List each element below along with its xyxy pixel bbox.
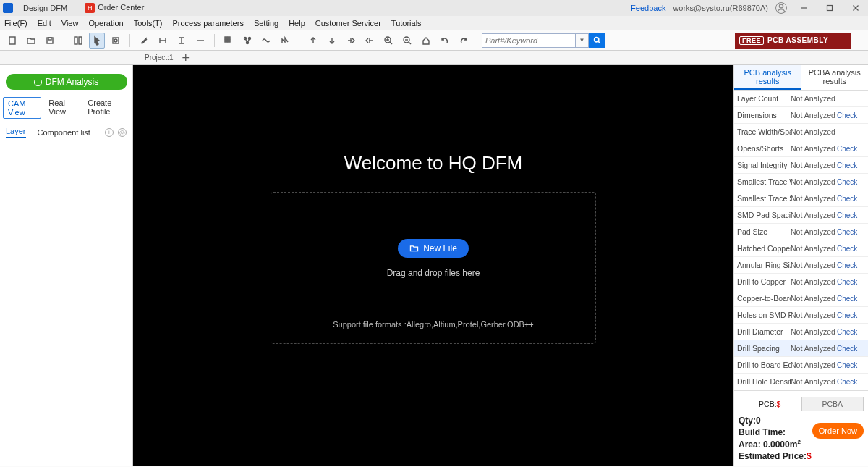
- analysis-row[interactable]: Holes on SMD PaNot AnalyzedCheck: [734, 307, 868, 324]
- tool-redo-icon[interactable]: [456, 33, 472, 49]
- order-tab-pcba[interactable]: PCBA: [801, 397, 864, 411]
- create-profile-tab[interactable]: Create Profile: [83, 97, 129, 119]
- menu-tutorials[interactable]: Tutorials: [391, 19, 422, 28]
- tool-new-icon[interactable]: [4, 33, 20, 49]
- menu-tools[interactable]: Tools(T): [134, 19, 163, 28]
- target-icon[interactable]: ◎: [118, 128, 127, 137]
- analysis-row[interactable]: Smallest Trace SpNot AnalyzedCheck: [734, 190, 868, 207]
- check-link[interactable]: Check: [837, 345, 857, 353]
- tool-open-icon[interactable]: [23, 33, 39, 49]
- check-link[interactable]: Check: [837, 245, 857, 253]
- analysis-row[interactable]: Drill to CopperNot AnalyzedCheck: [734, 274, 868, 290]
- search-button[interactable]: [589, 33, 605, 48]
- check-link[interactable]: Check: [837, 161, 857, 169]
- user-icon[interactable]: [775, 2, 787, 14]
- analysis-row[interactable]: Hatched CopperNot AnalyzedCheck: [734, 240, 868, 257]
- tool-home-icon[interactable]: [418, 33, 434, 49]
- add-layer-icon[interactable]: +: [105, 128, 114, 137]
- project-tab-1[interactable]: Project:1: [145, 54, 173, 62]
- svg-point-11: [114, 39, 117, 42]
- analysis-row[interactable]: DimensionsNot AnalyzedCheck: [734, 107, 868, 124]
- check-link[interactable]: Check: [837, 311, 857, 319]
- tab-pcb-results[interactable]: PCB analysis results: [734, 65, 801, 90]
- menu-process[interactable]: Process parameters: [172, 19, 243, 28]
- search-input[interactable]: [482, 33, 576, 48]
- analysis-row[interactable]: Signal IntegrityNot AnalyzedCheck: [734, 157, 868, 174]
- check-link[interactable]: Check: [837, 278, 857, 286]
- analysis-row[interactable]: Trace Width/SpaNot Analyzed: [734, 124, 868, 140]
- maximize-button[interactable]: [820, 1, 839, 15]
- check-link[interactable]: Check: [837, 361, 857, 369]
- check-link[interactable]: Check: [837, 145, 857, 153]
- tool-save-icon[interactable]: [42, 33, 58, 49]
- analysis-row[interactable]: Annular Ring SizeNot AnalyzedCheck: [734, 257, 868, 274]
- minimize-button[interactable]: [794, 1, 813, 15]
- tool-dim2-icon[interactable]: [174, 33, 190, 49]
- tool-grid-icon[interactable]: [221, 33, 237, 49]
- menu-customer[interactable]: Customer Servicer: [315, 19, 381, 28]
- add-project-icon[interactable]: +: [182, 53, 190, 63]
- analysis-row[interactable]: SMD Pad SpacingNot AnalyzedCheck: [734, 207, 868, 224]
- analysis-row[interactable]: Drill to Board EdNot AnalyzedCheck: [734, 357, 868, 374]
- tool-in-icon[interactable]: [343, 33, 359, 49]
- component-list-tab[interactable]: Component list: [38, 128, 90, 137]
- tab-pcba-results[interactable]: PCBA analysis results: [801, 65, 869, 90]
- menu-help[interactable]: Help: [289, 19, 305, 28]
- menu-file[interactable]: File(F): [4, 19, 27, 28]
- tool-down-icon[interactable]: [324, 33, 340, 49]
- tool-node-icon[interactable]: [239, 33, 255, 49]
- analysis-row[interactable]: Drill Hole DensitNot AnalyzedCheck: [734, 374, 868, 390]
- canvas: Welcome to HQ DFM New File Drag and drop…: [133, 65, 733, 466]
- feedback-link[interactable]: Feedback: [631, 4, 665, 12]
- tool-sig-icon[interactable]: [277, 33, 293, 49]
- project-tabs: Project:1 +: [0, 51, 868, 65]
- tool-up-icon[interactable]: [305, 33, 321, 49]
- dropzone[interactable]: New File Drag and drop files here Suppor…: [271, 192, 596, 344]
- menu-setting[interactable]: Setting: [254, 19, 278, 28]
- analysis-row[interactable]: Layer CountNot Analyzed: [734, 91, 868, 107]
- layer-tab[interactable]: Layer: [6, 127, 26, 138]
- real-view-tab[interactable]: Real View: [44, 97, 80, 119]
- analysis-row[interactable]: Drill DiameterNot AnalyzedCheck: [734, 324, 868, 340]
- tool-zoom-in-icon[interactable]: [380, 33, 396, 49]
- tool-undo-icon[interactable]: [437, 33, 453, 49]
- analysis-row[interactable]: Opens/ShortsNot AnalyzedCheck: [734, 140, 868, 157]
- close-button[interactable]: [846, 1, 865, 15]
- check-link[interactable]: Check: [837, 378, 857, 386]
- dfm-analysis-button[interactable]: DFM Analysis: [6, 74, 127, 90]
- check-link[interactable]: Check: [837, 295, 857, 303]
- check-link[interactable]: Check: [837, 328, 857, 336]
- analysis-row[interactable]: Copper-to-BoardNot AnalyzedCheck: [734, 290, 868, 307]
- tool-layout1-icon[interactable]: [70, 33, 86, 49]
- svg-point-27: [594, 38, 598, 42]
- order-tab-pcb[interactable]: PCB:$: [739, 397, 801, 411]
- assembly-banner[interactable]: FREE PCB ASSEMBLY: [735, 33, 851, 49]
- new-file-button[interactable]: New File: [398, 239, 469, 258]
- menu-edit[interactable]: Edit: [38, 19, 51, 28]
- tool-dim1-icon[interactable]: [155, 33, 171, 49]
- tool-line-icon[interactable]: [192, 33, 208, 49]
- tool-wave-icon[interactable]: [258, 33, 274, 49]
- analysis-row[interactable]: Smallest Trace WNot AnalyzedCheck: [734, 174, 868, 190]
- search-dropdown-icon[interactable]: ▼: [576, 33, 589, 48]
- check-link[interactable]: Check: [837, 178, 857, 186]
- cam-view-tab[interactable]: CAM View: [3, 97, 41, 119]
- tool-zoom-out-icon[interactable]: [399, 33, 415, 49]
- order-now-button[interactable]: Order Now: [812, 423, 864, 439]
- check-link[interactable]: Check: [837, 211, 857, 219]
- check-link[interactable]: Check: [837, 112, 857, 119]
- analysis-row[interactable]: Drill SpacingNot AnalyzedCheck: [734, 340, 868, 357]
- menu-operation[interactable]: Operation: [88, 19, 123, 28]
- tab-design-dfm[interactable]: Design DFM: [17, 2, 73, 14]
- check-link[interactable]: Check: [837, 195, 857, 203]
- check-link[interactable]: Check: [837, 261, 857, 269]
- tool-measure-icon[interactable]: [136, 33, 152, 49]
- menu-view[interactable]: View: [61, 19, 79, 28]
- tool-pointer-icon[interactable]: [89, 33, 105, 49]
- tool-out-icon[interactable]: [362, 33, 378, 49]
- tab-order-center[interactable]: HOrder Center: [79, 1, 150, 14]
- analysis-row[interactable]: Pad SizeNot AnalyzedCheck: [734, 224, 868, 240]
- check-link[interactable]: Check: [837, 228, 857, 236]
- tool-object-icon[interactable]: [108, 33, 124, 49]
- svg-rect-6: [47, 38, 53, 43]
